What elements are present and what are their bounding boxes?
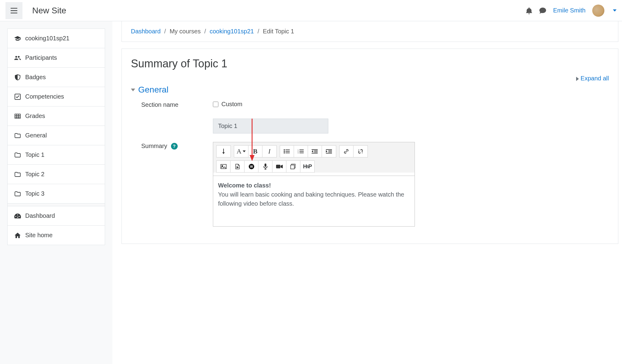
label-summary: Summary (141, 143, 167, 150)
sidebar-item-topic1[interactable]: Topic 1 (8, 145, 105, 165)
toolbar-outdent-button[interactable] (308, 146, 322, 157)
warpwire-icon: W (248, 163, 255, 170)
expand-all-link[interactable]: Expand all (576, 75, 609, 82)
h5p-icon: H5P (303, 163, 312, 170)
sidebar-item-badges[interactable]: Badges (8, 68, 105, 87)
svg-text:3: 3 (298, 152, 299, 153)
svg-rect-20 (314, 152, 318, 152)
row-section-name: Section name Custom Topic 1 (131, 101, 609, 133)
toolbar-expand-button[interactable] (217, 146, 231, 157)
sidebar-item-grades[interactable]: Grades (8, 106, 105, 126)
svg-rect-21 (312, 153, 318, 153)
image-icon (220, 164, 227, 169)
sidebar-item-topic2[interactable]: Topic 2 (8, 165, 105, 184)
sidebar-item-general[interactable]: General (8, 126, 105, 145)
form-container: Summary of Topic 1 Expand all General Se… (121, 49, 618, 244)
avatar[interactable] (592, 5, 604, 17)
svg-point-6 (284, 149, 285, 150)
svg-rect-7 (285, 150, 290, 150)
svg-rect-18 (312, 149, 318, 150)
toolbar-manage-files-button[interactable] (286, 161, 300, 172)
editor-content-area[interactable]: Welcome to class! You will learn basic c… (213, 176, 415, 226)
svg-rect-26 (326, 153, 332, 153)
svg-point-8 (284, 151, 285, 152)
toolbar-record-video-button[interactable] (272, 161, 286, 172)
sidebar-item-dashboard[interactable]: Dashboard (8, 206, 105, 226)
hamburger-menu-button[interactable] (5, 2, 22, 19)
custom-checkbox[interactable] (213, 102, 218, 107)
toolbar-italic-button[interactable]: I (262, 146, 276, 157)
svg-point-10 (284, 152, 285, 153)
toolbar-paragraph-style[interactable]: A (234, 146, 248, 157)
folder-icon (14, 133, 21, 138)
toolbar-ol-button[interactable]: 123 (294, 146, 308, 157)
shield-icon (14, 74, 21, 80)
site-title[interactable]: New Site (32, 6, 66, 15)
chat-icon (539, 7, 546, 14)
section-name-input: Topic 1 (213, 119, 328, 133)
sidebar-item-label: Topic 3 (25, 190, 44, 197)
svg-text:W: W (250, 165, 253, 168)
label-section-name: Section name (131, 101, 213, 108)
svg-rect-17 (299, 153, 304, 153)
arrow-down-icon (221, 149, 226, 154)
sidebar-item-label: cooking101sp21 (25, 35, 70, 42)
sidebar-item-label: Competencies (25, 93, 64, 100)
toolbar-warpwire-button[interactable]: W (244, 161, 258, 172)
user-menu-caret[interactable] (613, 9, 617, 12)
hamburger-icon (11, 8, 17, 13)
svg-rect-9 (285, 151, 290, 152)
svg-rect-11 (285, 153, 290, 153)
toolbar-unlink-button[interactable] (354, 146, 367, 157)
section-general-label: General (138, 85, 169, 95)
list-ol-icon: 123 (298, 149, 304, 153)
file-video-icon (235, 164, 240, 169)
grid-icon (14, 114, 21, 119)
notifications-button[interactable] (526, 7, 532, 14)
sidebar-item-competencies[interactable]: Competencies (8, 87, 105, 106)
toolbar-link-button[interactable] (340, 146, 354, 157)
check-square-icon (14, 94, 21, 100)
breadcrumb-sep: / (258, 28, 259, 35)
custom-checkbox-label[interactable]: Custom (213, 101, 609, 108)
main-content: Dashboard / My courses / cooking101sp21 … (112, 21, 622, 364)
editor-body-text: You will learn basic cooking and baking … (218, 191, 404, 207)
nav-right: Emile Smith (526, 5, 617, 17)
toolbar-media-button[interactable] (231, 161, 244, 172)
section-general-header[interactable]: General (131, 85, 609, 95)
folder-icon (14, 172, 21, 177)
toolbar-bold-button[interactable]: B (248, 146, 262, 157)
caret-right-icon (576, 77, 579, 81)
bell-icon (526, 7, 532, 14)
sidebar-item-sitehome[interactable]: Site home (8, 226, 105, 245)
indent-icon (326, 149, 332, 153)
help-icon[interactable]: ? (171, 143, 178, 150)
toolbar-h5p-button[interactable]: H5P (300, 161, 314, 172)
editor-bold-line: Welcome to class! (218, 182, 271, 189)
rich-text-editor: A B I 123 (213, 142, 415, 227)
svg-rect-15 (299, 151, 304, 152)
expand-all-label: Expand all (581, 75, 609, 82)
toolbar-image-button[interactable] (217, 161, 231, 172)
svg-rect-34 (276, 165, 280, 168)
caret-down-icon (131, 89, 135, 91)
breadcrumb-dashboard[interactable]: Dashboard (131, 28, 161, 35)
svg-rect-19 (314, 150, 318, 151)
toolbar-ul-button[interactable] (280, 146, 294, 157)
sidebar-item-participants[interactable]: Participants (8, 48, 105, 68)
row-summary: Summary ? (131, 142, 609, 227)
custom-checkbox-text: Custom (221, 101, 242, 108)
video-camera-icon (276, 164, 283, 169)
toolbar-indent-button[interactable] (322, 146, 336, 157)
sidebar-item-topic3[interactable]: Topic 3 (8, 184, 105, 204)
users-icon (14, 56, 21, 60)
sidebar-item-label: Topic 1 (25, 151, 44, 158)
toolbar-record-audio-button[interactable] (258, 161, 272, 172)
breadcrumb-course[interactable]: cooking101sp21 (210, 28, 254, 35)
svg-rect-3 (15, 114, 20, 118)
sidebar-item-label: Participants (25, 54, 57, 61)
sidebar-item-label: Site home (25, 232, 53, 239)
messages-button[interactable] (539, 7, 546, 14)
user-name-link[interactable]: Emile Smith (553, 7, 586, 14)
sidebar-item-course[interactable]: cooking101sp21 (8, 29, 105, 48)
